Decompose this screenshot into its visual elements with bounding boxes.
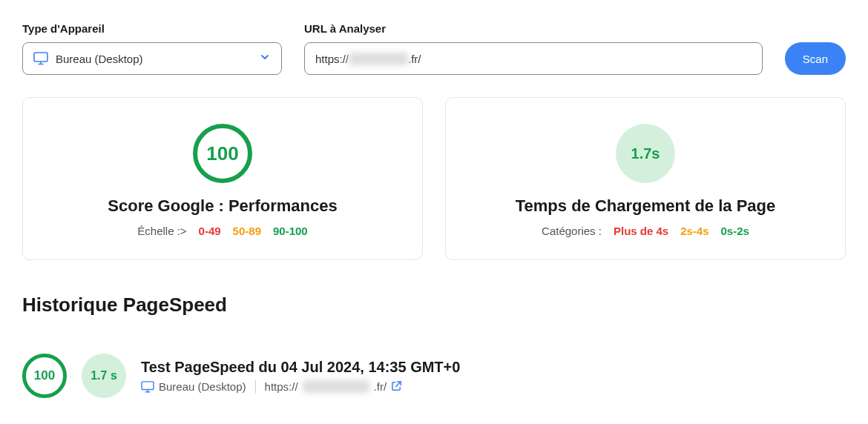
loadtime-card-title: Temps de Chargement de la Page (516, 196, 775, 216)
history-url-blurred: xxxxxxxx (303, 380, 369, 393)
history-device-text: Bureau (Desktop) (159, 380, 246, 393)
svg-line-6 (396, 381, 401, 386)
divider (255, 380, 256, 394)
history-title: Historique PageSpeed (22, 294, 846, 317)
score-range-orange: 50-89 (233, 225, 261, 237)
history-url-prefix: https:// (265, 380, 298, 393)
url-label: URL à Analyser (304, 22, 763, 35)
score-card-title: Score Google : Performances (108, 196, 337, 216)
history-score-circle: 100 (22, 354, 67, 398)
score-range-green: 90-100 (273, 225, 308, 237)
loadtime-range-green: 0s-2s (721, 225, 749, 237)
chevron-down-icon (259, 51, 271, 66)
url-input[interactable]: https://xxxxxxxx.fr/ (304, 42, 763, 75)
monitor-icon (141, 381, 154, 393)
history-entry[interactable]: 100 1.7 s Test PageSpeed du 04 Jul 2024,… (22, 354, 846, 398)
load-time-card: 1.7s Temps de Chargement de la Page Caté… (445, 97, 846, 260)
device-type-label: Type d'Appareil (22, 22, 282, 35)
svg-rect-0 (34, 53, 47, 62)
loadtime-range-red: Plus de 4s (614, 225, 668, 237)
scan-button[interactable]: Scan (785, 42, 846, 75)
history-url-suffix: .fr/ (374, 380, 387, 393)
history-device: Bureau (Desktop) (141, 380, 246, 393)
external-link-icon[interactable] (391, 380, 402, 394)
score-scale-label: Échelle :> (137, 225, 186, 237)
history-test-title: Test PageSpeed du 04 Jul 2024, 14:35 GMT… (141, 359, 460, 376)
device-type-value: Bureau (Desktop) (56, 53, 259, 65)
score-range-red: 0-49 (199, 225, 221, 237)
time-circle: 1.7s (616, 124, 675, 183)
monitor-icon (33, 52, 48, 65)
svg-rect-3 (142, 381, 154, 389)
device-type-select[interactable]: Bureau (Desktop) (22, 42, 282, 75)
loadtime-scale-label: Catégories : (542, 225, 602, 237)
url-prefix: https:// (315, 53, 349, 65)
url-suffix: .fr/ (408, 53, 421, 65)
loadtime-range-orange: 2s-4s (680, 225, 708, 237)
performance-score-card: 100 Score Google : Performances Échelle … (22, 97, 423, 260)
url-blurred: xxxxxxxx (349, 53, 408, 65)
score-circle: 100 (193, 124, 252, 183)
history-time-circle: 1.7 s (82, 354, 126, 398)
history-url[interactable]: https://xxxxxxxx.fr/ (265, 380, 403, 394)
